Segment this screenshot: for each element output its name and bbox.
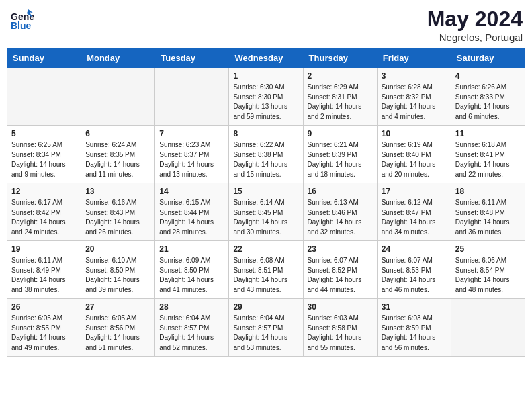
day-sun-info: Sunrise: 6:19 AMSunset: 8:40 PMDaylight:… xyxy=(382,140,447,179)
day-cell: 17Sunrise: 6:12 AMSunset: 8:47 PMDayligh… xyxy=(377,183,451,241)
day-cell: 24Sunrise: 6:07 AMSunset: 8:53 PMDayligh… xyxy=(377,241,451,299)
day-cell: 7Sunrise: 6:23 AMSunset: 8:37 PMDaylight… xyxy=(155,126,229,183)
day-cell: 4Sunrise: 6:26 AMSunset: 8:33 PMDaylight… xyxy=(451,68,525,126)
day-cell: 20Sunrise: 6:10 AMSunset: 8:50 PMDayligh… xyxy=(81,241,155,299)
day-cell: 12Sunrise: 6:17 AMSunset: 8:42 PMDayligh… xyxy=(7,183,81,241)
day-sun-info: Sunrise: 6:09 AMSunset: 8:50 PMDaylight:… xyxy=(159,256,224,295)
day-cell: 11Sunrise: 6:18 AMSunset: 8:41 PMDayligh… xyxy=(451,126,525,183)
day-cell: 10Sunrise: 6:19 AMSunset: 8:40 PMDayligh… xyxy=(377,126,451,183)
day-sun-info: Sunrise: 6:06 AMSunset: 8:54 PMDaylight:… xyxy=(455,256,521,295)
week-row-4: 19Sunrise: 6:11 AMSunset: 8:49 PMDayligh… xyxy=(7,241,525,299)
weekday-header-sunday: Sunday xyxy=(7,49,81,68)
weekday-header-row: SundayMondayTuesdayWednesdayThursdayFrid… xyxy=(7,49,525,68)
page-header: General Blue May 2024 Negrelos, Portugal xyxy=(7,7,525,43)
day-cell: 2Sunrise: 6:29 AMSunset: 8:31 PMDaylight… xyxy=(303,68,377,126)
day-sun-info: Sunrise: 6:07 AMSunset: 8:53 PMDaylight:… xyxy=(382,256,447,295)
day-number: 4 xyxy=(455,71,521,81)
day-sun-info: Sunrise: 6:30 AMSunset: 8:30 PMDaylight:… xyxy=(233,83,298,122)
day-number: 11 xyxy=(455,129,521,138)
day-sun-info: Sunrise: 6:12 AMSunset: 8:47 PMDaylight:… xyxy=(382,198,447,237)
day-sun-info: Sunrise: 6:15 AMSunset: 8:44 PMDaylight:… xyxy=(159,198,224,237)
week-row-5: 26Sunrise: 6:05 AMSunset: 8:55 PMDayligh… xyxy=(7,299,525,357)
day-cell: 28Sunrise: 6:04 AMSunset: 8:57 PMDayligh… xyxy=(155,299,229,357)
day-cell: 1Sunrise: 6:30 AMSunset: 8:30 PMDaylight… xyxy=(229,68,303,126)
day-sun-info: Sunrise: 6:18 AMSunset: 8:41 PMDaylight:… xyxy=(455,140,521,179)
day-cell: 29Sunrise: 6:04 AMSunset: 8:57 PMDayligh… xyxy=(229,299,303,357)
day-sun-info: Sunrise: 6:03 AMSunset: 8:58 PMDaylight:… xyxy=(308,314,373,353)
day-cell: 3Sunrise: 6:28 AMSunset: 8:32 PMDaylight… xyxy=(377,68,451,126)
day-number: 2 xyxy=(308,71,373,81)
day-number: 7 xyxy=(159,129,224,138)
day-number: 26 xyxy=(11,302,77,312)
day-cell: 6Sunrise: 6:24 AMSunset: 8:35 PMDaylight… xyxy=(81,126,155,183)
day-cell: 25Sunrise: 6:06 AMSunset: 8:54 PMDayligh… xyxy=(451,241,525,299)
day-sun-info: Sunrise: 6:07 AMSunset: 8:52 PMDaylight:… xyxy=(308,256,373,295)
calendar-table: SundayMondayTuesdayWednesdayThursdayFrid… xyxy=(7,48,525,357)
day-number: 23 xyxy=(308,244,373,254)
day-cell: 19Sunrise: 6:11 AMSunset: 8:49 PMDayligh… xyxy=(7,241,81,299)
day-cell: 23Sunrise: 6:07 AMSunset: 8:52 PMDayligh… xyxy=(303,241,377,299)
weekday-header-saturday: Saturday xyxy=(451,49,525,68)
day-number: 25 xyxy=(455,244,521,254)
day-sun-info: Sunrise: 6:16 AMSunset: 8:43 PMDaylight:… xyxy=(85,198,150,237)
location-subtitle: Negrelos, Portugal xyxy=(427,32,523,43)
day-cell: 22Sunrise: 6:08 AMSunset: 8:51 PMDayligh… xyxy=(229,241,303,299)
day-sun-info: Sunrise: 6:17 AMSunset: 8:42 PMDaylight:… xyxy=(11,198,77,237)
day-number: 28 xyxy=(159,302,224,312)
day-sun-info: Sunrise: 6:22 AMSunset: 8:38 PMDaylight:… xyxy=(233,140,298,179)
day-sun-info: Sunrise: 6:23 AMSunset: 8:37 PMDaylight:… xyxy=(159,140,224,179)
day-number: 15 xyxy=(233,187,298,196)
day-cell: 18Sunrise: 6:11 AMSunset: 8:48 PMDayligh… xyxy=(451,183,525,241)
week-row-2: 5Sunrise: 6:25 AMSunset: 8:34 PMDaylight… xyxy=(7,126,525,183)
day-sun-info: Sunrise: 6:13 AMSunset: 8:46 PMDaylight:… xyxy=(308,198,373,237)
day-cell: 30Sunrise: 6:03 AMSunset: 8:58 PMDayligh… xyxy=(303,299,377,357)
day-cell xyxy=(81,68,155,126)
weekday-header-wednesday: Wednesday xyxy=(229,49,303,68)
day-cell: 15Sunrise: 6:14 AMSunset: 8:45 PMDayligh… xyxy=(229,183,303,241)
day-number: 14 xyxy=(159,187,224,196)
day-number: 9 xyxy=(308,129,373,138)
weekday-header-friday: Friday xyxy=(377,49,451,68)
day-sun-info: Sunrise: 6:21 AMSunset: 8:39 PMDaylight:… xyxy=(308,140,373,179)
day-sun-info: Sunrise: 6:24 AMSunset: 8:35 PMDaylight:… xyxy=(85,140,150,179)
day-cell: 5Sunrise: 6:25 AMSunset: 8:34 PMDaylight… xyxy=(7,126,81,183)
day-sun-info: Sunrise: 6:04 AMSunset: 8:57 PMDaylight:… xyxy=(159,314,224,353)
day-number: 30 xyxy=(308,302,373,312)
day-sun-info: Sunrise: 6:11 AMSunset: 8:48 PMDaylight:… xyxy=(455,198,521,237)
day-number: 17 xyxy=(382,187,447,196)
day-cell: 16Sunrise: 6:13 AMSunset: 8:46 PMDayligh… xyxy=(303,183,377,241)
logo-icon: General Blue xyxy=(9,7,34,31)
weekday-header-thursday: Thursday xyxy=(303,49,377,68)
day-sun-info: Sunrise: 6:05 AMSunset: 8:55 PMDaylight:… xyxy=(11,314,77,353)
day-number: 18 xyxy=(455,187,521,196)
day-cell: 31Sunrise: 6:03 AMSunset: 8:59 PMDayligh… xyxy=(377,299,451,357)
week-row-1: 1Sunrise: 6:30 AMSunset: 8:30 PMDaylight… xyxy=(7,68,525,126)
day-sun-info: Sunrise: 6:10 AMSunset: 8:50 PMDaylight:… xyxy=(85,256,150,295)
day-number: 12 xyxy=(11,187,77,196)
logo: General Blue xyxy=(9,7,34,34)
weekday-header-tuesday: Tuesday xyxy=(155,49,229,68)
day-sun-info: Sunrise: 6:25 AMSunset: 8:34 PMDaylight:… xyxy=(11,140,77,179)
day-cell: 14Sunrise: 6:15 AMSunset: 8:44 PMDayligh… xyxy=(155,183,229,241)
day-number: 21 xyxy=(159,244,224,254)
day-cell: 21Sunrise: 6:09 AMSunset: 8:50 PMDayligh… xyxy=(155,241,229,299)
day-number: 6 xyxy=(85,129,150,138)
day-number: 13 xyxy=(85,187,150,196)
day-sun-info: Sunrise: 6:04 AMSunset: 8:57 PMDaylight:… xyxy=(233,314,298,353)
day-number: 5 xyxy=(11,129,77,138)
day-cell: 8Sunrise: 6:22 AMSunset: 8:38 PMDaylight… xyxy=(229,126,303,183)
svg-text:Blue: Blue xyxy=(11,20,32,31)
day-cell: 9Sunrise: 6:21 AMSunset: 8:39 PMDaylight… xyxy=(303,126,377,183)
day-sun-info: Sunrise: 6:05 AMSunset: 8:56 PMDaylight:… xyxy=(85,314,150,353)
day-sun-info: Sunrise: 6:26 AMSunset: 8:33 PMDaylight:… xyxy=(455,83,521,122)
day-sun-info: Sunrise: 6:08 AMSunset: 8:51 PMDaylight:… xyxy=(233,256,298,295)
day-number: 22 xyxy=(233,244,298,254)
day-cell xyxy=(7,68,81,126)
day-number: 27 xyxy=(85,302,150,312)
day-cell xyxy=(155,68,229,126)
day-cell xyxy=(451,299,525,357)
day-number: 29 xyxy=(233,302,298,312)
day-sun-info: Sunrise: 6:29 AMSunset: 8:31 PMDaylight:… xyxy=(308,83,373,122)
day-sun-info: Sunrise: 6:14 AMSunset: 8:45 PMDaylight:… xyxy=(233,198,298,237)
day-number: 24 xyxy=(382,244,447,254)
